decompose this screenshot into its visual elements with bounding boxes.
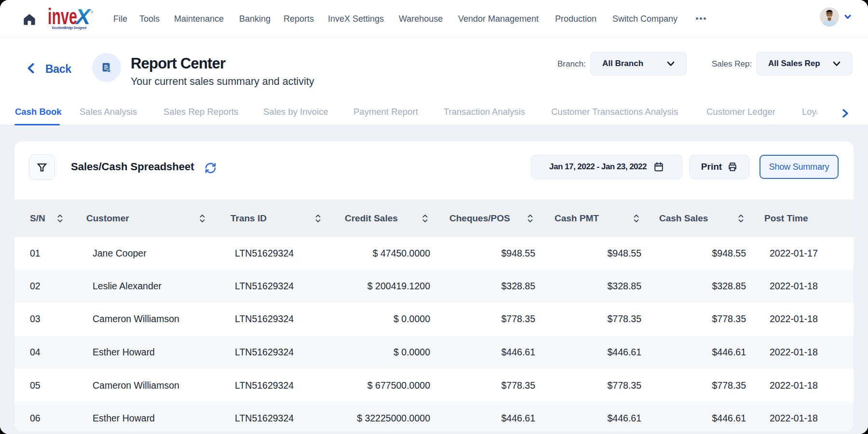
svg-text:®: ® — [91, 10, 94, 14]
svg-text:ExcellentBridge Designed: ExcellentBridge Designed — [52, 26, 86, 30]
